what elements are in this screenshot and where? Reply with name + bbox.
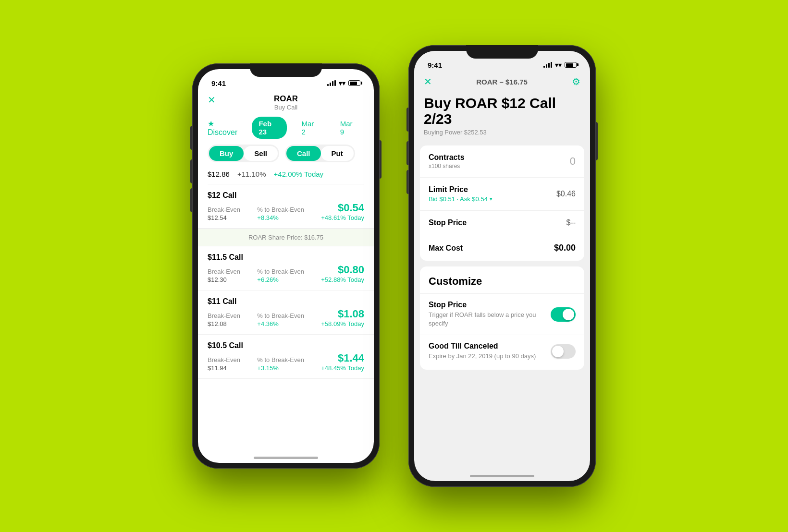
breakeven-val: $12.54 [208,214,240,221]
phone2-header: ✕ ROAR – $16.75 ⚙ [414,72,590,93]
customize-section: Customize Stop Price Trigger if ROAR fal… [420,266,584,370]
phone1-title: ROAR [274,94,298,104]
list-item[interactable]: $12 Call Break-Even $12.54 % to Break-Ev… [198,184,374,229]
wifi-icon-2: ▾▾ [555,61,562,69]
pct-label: % to Break-Even [257,312,304,319]
option-name: $11.5 Call [208,253,364,262]
pct-val: +6.26% [257,276,304,283]
toggle-knob [563,309,574,320]
stop-price-customize-info: Stop Price Trigger if ROAR falls below a… [429,301,539,328]
phone2-inner: 9:41 ▾▾ ✕ ROAR – $16.75 [414,51,590,481]
home-indicator-2 [470,475,534,477]
call-put-toggle: Call Put [285,145,355,162]
trade-title-section: Buy ROAR $12 Call 2/23 Buying Power $252… [414,93,590,145]
gtc-info: Good Till Canceled Expire by Jan 22, 201… [429,342,536,361]
customize-title: Customize [420,268,584,293]
gear-icon[interactable]: ⚙ [572,76,580,87]
phone1-subtitle: Buy Call [274,104,297,111]
toggle-row: Buy Sell Call Put [198,145,374,170]
limit-price-value[interactable]: $0.46 [556,190,576,198]
option-price: $1.44 [321,352,364,364]
option-today: +48.45% Today [321,364,364,372]
stop-price-toggle[interactable] [551,307,576,322]
contracts-row: Contracts x100 shares [420,145,584,178]
list-item[interactable]: $11 Call Break-Even $12.08 % to Break-Ev… [198,290,374,335]
trade-form: Contracts x100 shares Limit Price Bid $0… [420,145,584,261]
stop-price-customize-row: Stop Price Trigger if ROAR falls below a… [420,293,584,335]
option-details: Break-Even $12.54 % to Break-Even +8.34%… [208,202,364,221]
status-icons-1: ▾▾ [327,80,360,87]
tab-feb23[interactable]: Feb 23 [252,117,287,139]
stop-price-value[interactable]: $-- [566,218,576,227]
share-price-banner: ROAR Share Price: $16.75 [198,229,374,246]
call-button[interactable]: Call [286,146,321,161]
limit-price-label-group: Limit Price Bid $0.51 · Ask $0.54 ▾ [429,185,492,203]
limit-price-label: Limit Price [429,185,492,194]
phones-container: 9:41 ▾▾ ✕ [192,45,596,487]
contracts-sublabel: x100 shares [429,163,465,169]
breakeven-label: Break-Even [208,356,240,363]
breakeven-val: $11.94 [208,364,240,372]
status-icons-2: ▾▾ [543,61,577,69]
wifi-icon: ▾▾ [339,80,345,87]
stop-price-row: Stop Price $-- [420,211,584,235]
option-price: $1.08 [321,308,364,320]
pct-label: % to Break-Even [257,268,304,275]
date-tabs: ★ Discover Feb 23 Mar 2 Mar 9 [198,117,374,145]
option-price: $0.80 [321,264,364,276]
contracts-label-group: Contracts x100 shares [429,153,465,169]
tab-mar9[interactable]: Mar 9 [333,117,364,139]
close-button-2[interactable]: ✕ [424,76,432,87]
option-today: +52.88% Today [321,276,364,283]
contracts-input[interactable] [547,155,576,168]
breakeven-val: $12.30 [208,276,240,283]
stop-price-label: Stop Price [429,218,467,227]
option-today: +48.61% Today [321,214,364,221]
stock-info-row: $12.86 +11.10% +42.00% Today [198,170,374,184]
pct-val: +8.34% [257,214,304,221]
max-cost-row: Max Cost $0.00 [420,235,584,261]
stock-change: +11.10% [237,170,266,178]
signal-icon [327,80,336,86]
close-button-1[interactable]: ✕ [208,94,216,106]
max-cost-label: Max Cost [429,244,463,253]
max-cost-value: $0.00 [554,243,576,253]
header-ticker: ROAR – $16.75 [476,78,528,86]
option-details: Break-Even $11.94 % to Break-Even +3.15%… [208,352,364,372]
discover-tab[interactable]: ★ Discover [208,119,244,137]
gtc-row: Good Till Canceled Expire by Jan 22, 201… [420,335,584,367]
options-list: $12 Call Break-Even $12.54 % to Break-Ev… [198,184,374,437]
list-item[interactable]: $10.5 Call Break-Even $11.94 % to Break-… [198,335,374,379]
option-name: $12 Call [208,191,364,200]
option-today: +58.09% Today [321,320,364,327]
battery-icon-2 [565,62,577,68]
chevron-down-icon: ▾ [490,196,492,202]
option-details: Break-Even $12.30 % to Break-Even +6.26%… [208,264,364,283]
breakeven-val: $12.08 [208,320,240,327]
put-button[interactable]: Put [321,146,354,161]
breakeven-label: Break-Even [208,206,240,213]
status-time-2: 9:41 [428,61,442,69]
gtc-description: Expire by Jan 22, 2019 (up to 90 days) [429,352,536,361]
limit-price-row: Limit Price Bid $0.51 · Ask $0.54 ▾ $0.4… [420,178,584,211]
pct-label: % to Break-Even [257,356,304,363]
phone1: 9:41 ▾▾ ✕ [192,63,380,469]
phone1-header: ✕ ROAR Buy Call [198,90,374,117]
phone2-notch [466,45,538,59]
buy-button[interactable]: Buy [209,146,244,161]
phone1-inner: 9:41 ▾▾ ✕ [198,69,374,463]
pct-val: +4.36% [257,320,304,327]
sell-button[interactable]: Sell [244,146,278,161]
tab-mar2[interactable]: Mar 2 [295,117,325,139]
option-name: $10.5 Call [208,341,364,350]
phone2: 9:41 ▾▾ ✕ ROAR – $16.75 [408,45,596,487]
gtc-toggle[interactable] [551,344,576,359]
option-price: $0.54 [321,202,364,214]
buying-power: Buying Power $252.53 [424,129,580,136]
battery-icon [348,80,360,86]
toggle-knob-gtc [552,346,564,357]
stock-price: $12.86 [208,170,230,178]
bid-ask-label: Bid $0.51 · Ask $0.54 [429,195,488,203]
pct-val: +3.15% [257,364,304,372]
list-item[interactable]: $11.5 Call Break-Even $12.30 % to Break-… [198,246,374,290]
